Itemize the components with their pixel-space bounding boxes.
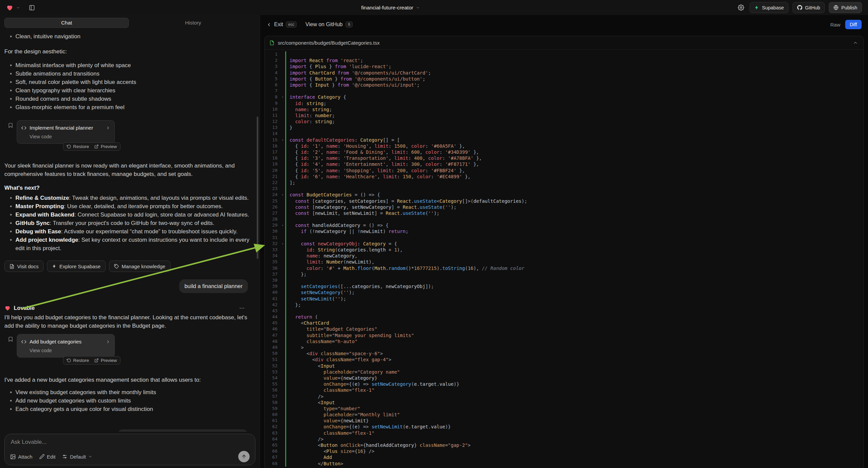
view-code-link[interactable]: View code: [30, 133, 111, 141]
code-line[interactable]: 32▾ const newCategoryObj: Category = {: [265, 241, 863, 247]
chat-scrollbar[interactable]: [257, 117, 258, 259]
bookmark-icon[interactable]: [8, 337, 13, 342]
code-line[interactable]: 11 limit: number;: [265, 113, 863, 118]
code-line[interactable]: 45 <ChartCard: [265, 320, 863, 326]
code-line[interactable]: 68 </Button>: [265, 461, 863, 467]
code-line[interactable]: 35 limit: Number(newLimit),: [265, 259, 863, 265]
bookmark-icon[interactable]: [8, 122, 13, 128]
code-line[interactable]: 46 title="Budget Categories": [265, 326, 863, 332]
supabase-button[interactable]: Supabase: [750, 2, 788, 13]
code-line[interactable]: 25 const [categories, setCategories] = R…: [265, 198, 863, 204]
code-line[interactable]: 58 <Input: [265, 400, 863, 406]
version-card-add-budget-categories[interactable]: Add budget categories View code: [17, 334, 115, 357]
code-line[interactable]: 61 value={newLimit}: [265, 418, 863, 424]
code-line[interactable]: 57 />: [265, 393, 863, 400]
code-line[interactable]: 31: [265, 235, 863, 241]
code-line[interactable]: 37 };: [265, 271, 863, 277]
code-line[interactable]: 56 className="flex-1": [265, 387, 863, 393]
send-button[interactable]: [238, 451, 250, 462]
code-line[interactable]: 8▾interface Category {: [265, 94, 863, 100]
code-line[interactable]: 49 >: [265, 345, 863, 351]
lovable-logo-icon[interactable]: [6, 4, 13, 11]
visit-docs-button[interactable]: Visit docs: [4, 261, 43, 272]
code-line[interactable]: 39 setCategories([...categories, newCate…: [265, 283, 863, 289]
tab-history[interactable]: History: [131, 18, 255, 28]
diff-toggle[interactable]: Diff: [845, 20, 862, 29]
attach-button[interactable]: Attach: [10, 454, 33, 460]
tab-chat[interactable]: Chat: [4, 18, 129, 28]
github-button[interactable]: GitHub: [793, 2, 825, 13]
code-line[interactable]: 17 { id: '2', name: 'Food & Dining', lim…: [265, 149, 863, 155]
code-line[interactable]: 30 if (!newCategory || !newLimit) return…: [265, 228, 863, 234]
code-line[interactable]: 50 <div className="space-y-6">: [265, 351, 863, 356]
view-code-link[interactable]: View code: [30, 347, 111, 355]
version-card-implement-planner[interactable]: Implement financial planner View code: [17, 120, 115, 144]
code-line[interactable]: 6import { Input } from '@/components/ui/…: [265, 82, 863, 88]
code-line[interactable]: 40 setNewCategory('');: [265, 289, 863, 295]
preview-button[interactable]: Preview: [94, 144, 117, 149]
mode-select[interactable]: Default: [62, 454, 92, 460]
code-line[interactable]: 4import ChartCard from '@/components/ui/…: [265, 70, 863, 76]
publish-button[interactable]: Publish: [829, 2, 862, 13]
code-line[interactable]: 13}: [265, 124, 863, 130]
code-line[interactable]: 51 <div className="flex gap-4">: [265, 356, 863, 362]
code-line[interactable]: 65 <Button onClick={handleAddCategory} c…: [265, 442, 863, 448]
settings-gear-icon[interactable]: [737, 3, 746, 12]
code-line[interactable]: 1: [265, 51, 863, 57]
file-header[interactable]: src/components/budget/BudgetCategories.t…: [265, 36, 863, 50]
message-menu-icon[interactable]: [238, 304, 246, 312]
logo-chevron-down-icon[interactable]: [16, 6, 20, 10]
code-line[interactable]: 63 className="flex-1": [265, 430, 863, 436]
project-switcher[interactable]: financial-future-creator: [361, 5, 420, 11]
code-line[interactable]: 48 className="h-auto": [265, 339, 863, 345]
code-line[interactable]: 64 />: [265, 436, 863, 442]
code-line[interactable]: 21 { id: '6', name: 'Healthcare', limit:…: [265, 174, 863, 180]
code-line[interactable]: 5import { Button } from '@/components/ui…: [265, 76, 863, 82]
manage-knowledge-button[interactable]: Manage knowledge: [109, 261, 170, 272]
code-line[interactable]: 26 const [newCategory, setNewCategory] =…: [265, 204, 863, 210]
code-line[interactable]: 18 { id: '3', name: 'Transportation', li…: [265, 155, 863, 161]
code-line[interactable]: 28: [265, 216, 863, 222]
code-line[interactable]: 54 value={newCategory}: [265, 375, 863, 381]
chat-messages[interactable]: Clean, intuitive navigation For the desi…: [0, 29, 260, 432]
code-line[interactable]: 27 const [newLimit, setNewLimit] = React…: [265, 210, 863, 216]
code-line[interactable]: 23: [265, 186, 863, 192]
code-line[interactable]: 41 setNewLimit('');: [265, 296, 863, 302]
code-line[interactable]: 10 name: string;: [265, 107, 863, 113]
code-line[interactable]: 67 Add: [265, 454, 863, 460]
collapse-file-icon[interactable]: [852, 39, 859, 46]
code-line[interactable]: 9 id: string;: [265, 100, 863, 107]
code-line[interactable]: 33 id: String(categories.length + 1),: [265, 247, 863, 253]
exit-button[interactable]: Exit esc: [267, 22, 297, 28]
chat-input[interactable]: [10, 438, 250, 447]
code-line[interactable]: 62 onChange={(e) => setNewLimit(e.target…: [265, 424, 863, 430]
code-line[interactable]: 20 { id: '5', name: 'Shopping', limit: 2…: [265, 168, 863, 174]
code-line[interactable]: 24▾const BudgetCategories = () => {: [265, 192, 863, 198]
code-line[interactable]: 38: [265, 277, 863, 283]
view-on-github-button[interactable]: View on GitHub 6: [305, 22, 353, 28]
code-line[interactable]: 55 onChange={(e) => setNewCategory(e.tar…: [265, 381, 863, 387]
code-line[interactable]: 66 <Plus size={16} />: [265, 448, 863, 454]
code-line[interactable]: 42 };: [265, 302, 863, 308]
code-line[interactable]: 43: [265, 308, 863, 314]
code-line[interactable]: 7: [265, 88, 863, 94]
code-line[interactable]: 29▾ const handleAddCategory = () => {: [265, 222, 863, 228]
raw-toggle[interactable]: Raw: [830, 22, 840, 28]
preview-button[interactable]: Preview: [94, 358, 117, 363]
explore-supabase-button[interactable]: Explore Supabase: [47, 261, 106, 272]
code-line[interactable]: 59 type="number": [265, 406, 863, 412]
code-line[interactable]: 36 color: '#' + Math.floor(Math.random()…: [265, 265, 863, 271]
code-line[interactable]: 15▾const defaultCategories: Category[] =…: [265, 137, 863, 143]
code-line[interactable]: 19 { id: '4', name: 'Entertainment', lim…: [265, 161, 863, 167]
code-line[interactable]: 44 return (: [265, 314, 863, 320]
code-line[interactable]: 60 placeholder="Monthly limit": [265, 412, 863, 418]
code-line[interactable]: 2import React from 'react';: [265, 57, 863, 63]
code-line[interactable]: 16 { id: '1', name: 'Housing', limit: 15…: [265, 143, 863, 149]
restore-button[interactable]: Restore: [67, 358, 89, 363]
code-line[interactable]: 3import { Plus } from 'lucide-react';: [265, 63, 863, 69]
code-line[interactable]: 52 <Input: [265, 363, 863, 369]
restore-button[interactable]: Restore: [67, 144, 89, 149]
code-line[interactable]: 47 subtitle="Manage your spending limits…: [265, 332, 863, 339]
edit-button[interactable]: Edit: [39, 454, 56, 460]
code-line[interactable]: 34 name: newCategory,: [265, 253, 863, 259]
